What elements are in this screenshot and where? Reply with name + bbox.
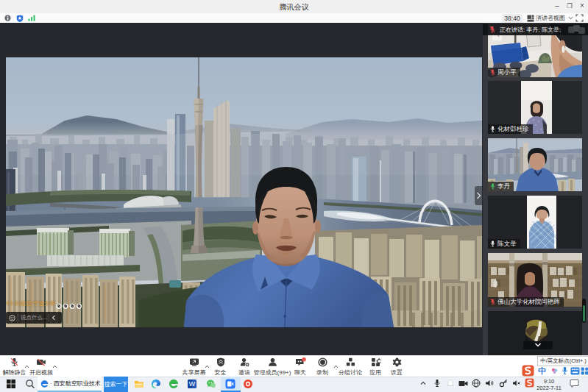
svg-text:W: W: [189, 380, 196, 388]
